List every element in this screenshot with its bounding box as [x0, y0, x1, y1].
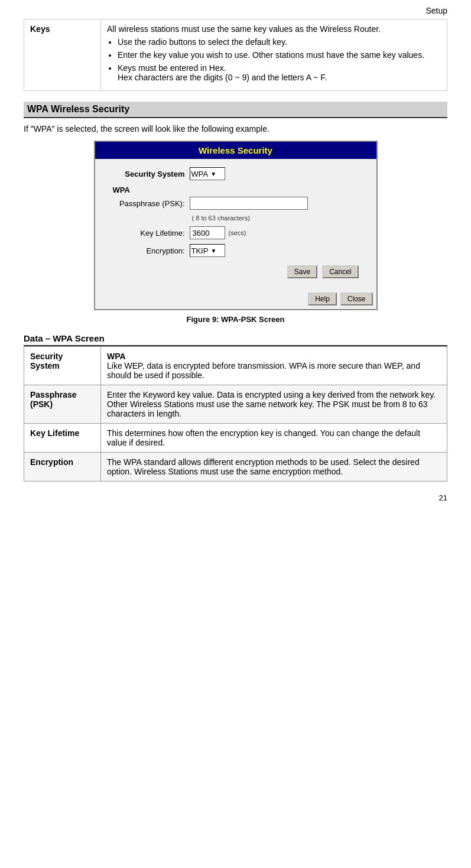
field-key-lifetime: Key Lifetime — [24, 424, 101, 453]
passphrase-hint-row: ( 8 to 63 characters) — [107, 214, 365, 222]
cancel-button[interactable]: Cancel — [322, 265, 358, 278]
table-row: Encryption The WPA standard allows diffe… — [24, 453, 447, 482]
wpa-intro-text: If "WPA" is selected, the screen will lo… — [24, 124, 447, 134]
key-lifetime-hint: (secs) — [229, 229, 246, 236]
passphrase-input[interactable] — [190, 197, 308, 210]
value-encryption: The WPA standard allows different encryp… — [101, 453, 447, 482]
key-lifetime-input[interactable] — [190, 226, 225, 239]
help-button[interactable]: Help — [308, 292, 337, 305]
security-system-select[interactable]: WPA ▼ — [190, 167, 225, 180]
wpa-section-heading: WPA Wireless Security — [24, 102, 447, 118]
field-passphrase: Passphrase(PSK) — [24, 385, 101, 424]
dialog-wpa-label: WPA — [113, 185, 365, 194]
encryption-arrow: ▼ — [210, 248, 216, 254]
security-system-arrow: ▼ — [210, 171, 216, 177]
encryption-select[interactable]: TKIP ▼ — [190, 244, 225, 257]
keys-content: All wireless stations must use the same … — [101, 19, 447, 91]
table-row: Key Lifetime This determines how often t… — [24, 424, 447, 453]
keys-bullet-1: Use the radio buttons to select the defa… — [118, 37, 441, 47]
dialog-passphrase-row: Passphrase (PSK): — [107, 197, 365, 210]
keys-label: Keys — [24, 19, 101, 91]
header-title: Setup — [425, 6, 447, 15]
dialog-save-cancel-buttons: Save Cancel — [107, 262, 365, 282]
figure-caption: Figure 9: WPA-PSK Screen — [24, 315, 447, 324]
value-security-system: WPA Like WEP, data is encrypted before t… — [101, 347, 447, 385]
page-header: Setup — [24, 6, 447, 19]
value-key-lifetime: This determines how often the encryption… — [101, 424, 447, 453]
dialog-security-row: Security System WPA ▼ — [107, 167, 365, 180]
data-table: SecuritySystem WPA Like WEP, data is enc… — [24, 346, 447, 482]
passphrase-hint: ( 8 to 63 characters) — [192, 214, 250, 222]
table-row: Passphrase(PSK) Enter the Keyword key va… — [24, 385, 447, 424]
keys-bullet-2: Enter the key value you wish to use. Oth… — [118, 50, 441, 60]
dialog-titlebar: Wireless Security — [95, 142, 376, 159]
keys-description: All wireless stations must use the same … — [107, 24, 381, 34]
security-system-label: Security System — [107, 170, 190, 178]
data-table-heading: Data – WPA Screen — [24, 333, 447, 346]
encryption-label: Encryption: — [107, 246, 190, 255]
keys-bullets: Use the radio buttons to select the defa… — [118, 37, 441, 82]
passphrase-label: Passphrase (PSK): — [107, 199, 190, 208]
field-security-system: SecuritySystem — [24, 347, 101, 385]
key-lifetime-label: Key Lifetime: — [107, 229, 190, 238]
dialog-body: Security System WPA ▼ WPA Passphrase (PS… — [95, 159, 376, 290]
page-number: 21 — [24, 493, 447, 502]
close-button[interactable]: Close — [340, 292, 373, 305]
save-button[interactable]: Save — [287, 265, 317, 278]
keys-table: Keys All wireless stations must use the … — [24, 19, 447, 91]
wireless-security-dialog: Wireless Security Security System WPA ▼ … — [94, 141, 378, 310]
table-row: SecuritySystem WPA Like WEP, data is enc… — [24, 347, 447, 385]
dialog-encryption-row: Encryption: TKIP ▼ — [107, 244, 365, 257]
keys-bullet-3: Keys must be entered in Hex.Hex characte… — [118, 63, 441, 82]
field-encryption: Encryption — [24, 453, 101, 482]
value-passphrase: Enter the Keyword key value. Data is enc… — [101, 385, 447, 424]
dialog-help-close-buttons: Help Close — [95, 290, 376, 309]
dialog-key-lifetime-row: Key Lifetime: (secs) — [107, 226, 365, 239]
